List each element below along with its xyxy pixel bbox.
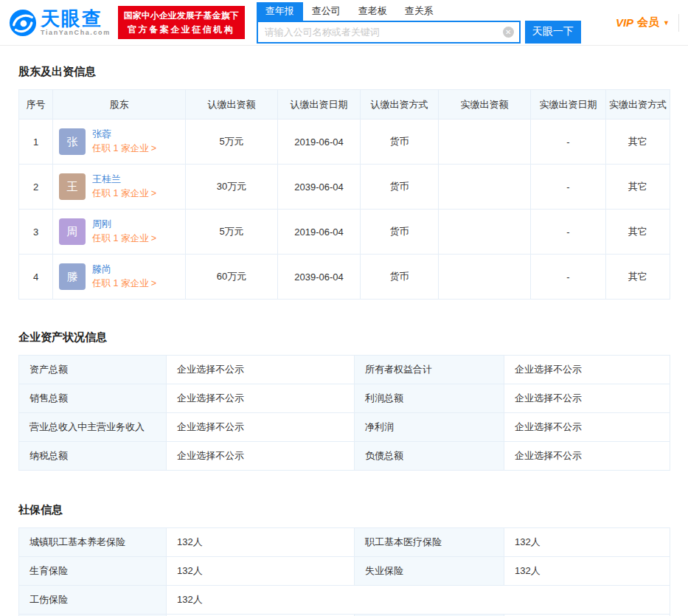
table-row: 城镇职工基本养老保险 132人 职工基本医疗保险 132人 xyxy=(19,528,670,557)
shareholder-employment-link[interactable]: 任职 1 家企业 > xyxy=(92,233,156,243)
tianyancha-logo-icon xyxy=(9,9,37,37)
cell-paid-amount xyxy=(439,210,531,255)
col-subscribed-amount: 认缴出资额 xyxy=(186,90,278,120)
cell-paid-amount xyxy=(439,255,531,300)
badge-line2: 官方备案企业征信机构 xyxy=(124,23,239,37)
shareholder-employment-link[interactable]: 任职 1 家企业 > xyxy=(92,188,156,198)
chevron-down-icon: ▼ xyxy=(663,19,670,27)
cell-index: 2 xyxy=(19,165,53,210)
cell-shareholder: 张 张蓉 任职 1 家企业 > xyxy=(53,120,186,165)
cell-shareholder: 王 王桂兰 任职 1 家企业 > xyxy=(53,165,186,210)
table-row: 营业总收入中主营业务收入 企业选择不公示 净利润 企业选择不公示 xyxy=(19,413,670,442)
cell-subscribed-amount: 30万元 xyxy=(186,165,278,210)
tab-company[interactable]: 查公司 xyxy=(303,2,350,21)
table-row: 销售总额 企业选择不公示 利润总额 企业选择不公示 xyxy=(19,384,670,413)
tab-annual-report[interactable]: 查年报 xyxy=(257,2,303,21)
col-paid-amount: 实缴出资额 xyxy=(439,90,531,120)
shareholder-name-link[interactable]: 王桂兰 xyxy=(92,174,156,185)
cell-shareholder: 滕 滕尚 任职 1 家企业 > xyxy=(53,255,186,300)
asset-value: 企业选择不公示 xyxy=(504,356,670,384)
shareholder-name-link[interactable]: 张蓉 xyxy=(92,129,156,140)
search-button[interactable]: 天眼一下 xyxy=(525,21,581,44)
badge-line1: 国家中小企业发展子基金旗下 xyxy=(124,9,239,23)
asset-label: 净利润 xyxy=(355,413,504,442)
col-paid-date: 实缴出资日期 xyxy=(531,90,606,120)
assets-table: 资产总额 企业选择不公示 所有者权益合计 企业选择不公示 销售总额 企业选择不公… xyxy=(18,355,670,471)
cell-subscribed-date: 2039-06-04 xyxy=(278,165,361,210)
cell-paid-amount xyxy=(439,120,531,165)
col-subscribed-method: 认缴出资方式 xyxy=(361,90,439,120)
search-block: 查年报 查公司 查老板 查关系 ✕ 天眼一下 xyxy=(257,2,581,44)
asset-label: 纳税总额 xyxy=(19,442,167,471)
cell-paid-amount xyxy=(439,165,531,210)
avatar: 王 xyxy=(59,173,86,200)
avatar: 张 xyxy=(59,128,86,155)
cell-subscribed-date: 2019-06-04 xyxy=(278,120,361,165)
insurance-label: 城镇职工基本养老保险 xyxy=(19,528,167,557)
insurance-label: 工伤保险 xyxy=(19,586,167,615)
logo-domain-text: TianYanCha.com xyxy=(41,30,111,36)
report-content: 股东及出资信息 序号 股东 认缴出资额 认缴出资日期 认缴出资方式 实缴出资额 … xyxy=(0,65,688,616)
table-row: 3 周 周刚 任职 1 家企业 > 5万元 2019-06-04 货币 - 其它 xyxy=(19,210,670,255)
table-row: 4 滕 滕尚 任职 1 家企业 > 60万元 2039-06-04 货币 - 其… xyxy=(19,255,670,300)
avatar: 滕 xyxy=(59,263,86,290)
shareholder-name-link[interactable]: 周刚 xyxy=(92,219,156,230)
insurance-label: 生育保险 xyxy=(19,557,167,586)
table-row: 生育保险 132人 失业保险 132人 xyxy=(19,557,670,586)
logo-brand-text: 天眼查 xyxy=(41,9,111,28)
search-tabs: 查年报 查公司 查老板 查关系 xyxy=(257,2,581,21)
col-subscribed-date: 认缴出资日期 xyxy=(278,90,361,120)
asset-value: 企业选择不公示 xyxy=(504,413,670,442)
cell-subscribed-method: 货币 xyxy=(361,255,439,300)
asset-value: 企业选择不公示 xyxy=(167,356,355,384)
col-paid-method: 实缴出资方式 xyxy=(606,90,670,120)
search-input[interactable] xyxy=(257,21,521,44)
tab-boss[interactable]: 查老板 xyxy=(350,2,396,21)
asset-value: 企业选择不公示 xyxy=(504,442,670,471)
cell-subscribed-amount: 5万元 xyxy=(186,120,278,165)
cell-paid-date: - xyxy=(531,120,606,165)
insurance-value: 132人 xyxy=(504,557,670,586)
cell-subscribed-method: 货币 xyxy=(361,120,439,165)
cell-paid-method: 其它 xyxy=(606,255,670,300)
insurance-value: 132人 xyxy=(167,528,355,557)
cell-paid-date: - xyxy=(531,255,606,300)
vip-label-cn: 会员 xyxy=(637,15,659,30)
insurance-label: 职工基本医疗保险 xyxy=(355,528,504,557)
shareholder-name-link[interactable]: 滕尚 xyxy=(92,264,156,275)
cell-subscribed-date: 2039-06-04 xyxy=(278,255,361,300)
section-title-assets: 企业资产状况信息 xyxy=(18,331,670,345)
cell-paid-date: - xyxy=(531,210,606,255)
asset-value: 企业选择不公示 xyxy=(167,442,355,471)
clear-icon[interactable]: ✕ xyxy=(503,27,514,38)
table-row: 工伤保险 132人 xyxy=(19,586,670,615)
avatar: 周 xyxy=(59,218,86,245)
cell-shareholder: 周 周刚 任职 1 家企业 > xyxy=(53,210,186,255)
table-row: 资产总额 企业选择不公示 所有者权益合计 企业选择不公示 xyxy=(19,356,670,384)
asset-value: 企业选择不公示 xyxy=(504,384,670,413)
cell-subscribed-amount: 60万元 xyxy=(186,255,278,300)
cell-subscribed-date: 2019-06-04 xyxy=(278,210,361,255)
cell-paid-method: 其它 xyxy=(606,165,670,210)
col-index: 序号 xyxy=(19,90,53,120)
section-title-shareholders: 股东及出资信息 xyxy=(18,65,670,79)
cell-index: 4 xyxy=(19,255,53,300)
asset-label: 利润总额 xyxy=(355,384,504,413)
tianyancha-logo[interactable]: 天眼查 TianYanCha.com xyxy=(9,9,111,37)
table-row: 1 张 张蓉 任职 1 家企业 > 5万元 2019-06-04 货币 - 其它 xyxy=(19,120,670,165)
asset-label: 负债总额 xyxy=(355,442,504,471)
header-edge-divider xyxy=(678,14,679,32)
col-shareholder: 股东 xyxy=(53,90,186,120)
cell-subscribed-amount: 5万元 xyxy=(186,210,278,255)
vip-member-menu[interactable]: VIP会员 ▼ xyxy=(616,15,670,30)
asset-label: 资产总额 xyxy=(19,356,167,384)
tab-relations[interactable]: 查关系 xyxy=(396,2,442,21)
asset-value: 企业选择不公示 xyxy=(167,413,355,442)
table-row: 2 王 王桂兰 任职 1 家企业 > 30万元 2039-06-04 货币 - … xyxy=(19,165,670,210)
shareholder-employment-link[interactable]: 任职 1 家企业 > xyxy=(92,143,156,153)
social-insurance-table: 城镇职工基本养老保险 132人 职工基本医疗保险 132人 生育保险 132人 … xyxy=(18,527,670,616)
cell-paid-method: 其它 xyxy=(606,120,670,165)
asset-label: 所有者权益合计 xyxy=(355,356,504,384)
shareholder-employment-link[interactable]: 任职 1 家企业 > xyxy=(92,278,156,288)
cell-paid-date: - xyxy=(531,165,606,210)
